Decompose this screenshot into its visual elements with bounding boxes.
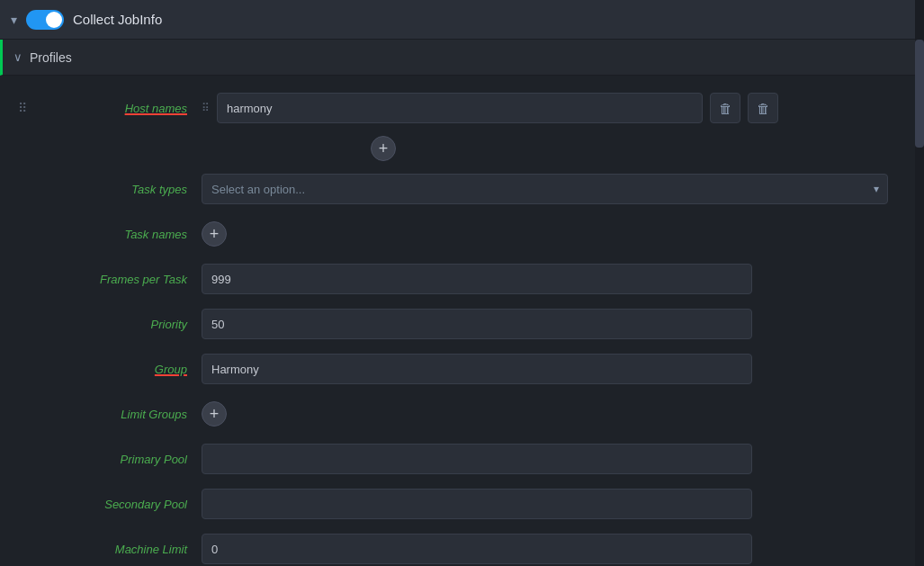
host-names-field-content: ⠿ 🗑 🗑 bbox=[202, 93, 888, 123]
add-hostname-row: + bbox=[0, 135, 924, 162]
add-task-names-button[interactable]: + bbox=[202, 221, 227, 247]
task-types-row: ⠿ Task types Select an option... ▾ bbox=[0, 171, 924, 207]
group-row: ⠿ Group bbox=[0, 351, 924, 387]
frames-per-task-row: ⠿ Frames per Task bbox=[0, 261, 924, 297]
enable-toggle[interactable] bbox=[26, 10, 64, 30]
scrollbar-thumb[interactable] bbox=[915, 40, 924, 148]
add-hostname-button[interactable]: + bbox=[371, 136, 396, 161]
profiles-collapse-icon: ∨ bbox=[13, 50, 22, 64]
primary-pool-field-content bbox=[202, 444, 888, 474]
secondary-pool-row: ⠿ Secondary Pool bbox=[0, 486, 924, 522]
profiles-label: Profiles bbox=[30, 50, 72, 65]
frames-per-task-label: Frames per Task bbox=[43, 273, 187, 286]
add-icon: + bbox=[379, 140, 389, 157]
header-bar: ▾ Collect JobInfo bbox=[0, 0, 924, 40]
scrollbar[interactable] bbox=[915, 0, 924, 566]
primary-pool-row: ⠿ Primary Pool bbox=[0, 441, 924, 477]
add-task-names-icon: + bbox=[210, 226, 220, 242]
add-limit-groups-icon: + bbox=[210, 406, 220, 422]
chevron-down-icon: ▾ bbox=[11, 13, 17, 27]
machine-limit-label: Machine Limit bbox=[43, 543, 187, 556]
limit-groups-field-content: + bbox=[202, 401, 888, 427]
profiles-section-header: ∨ Profiles bbox=[0, 40, 924, 76]
form-content: ⠿ Host names ⠿ 🗑 🗑 + ⠿ Task types bbox=[0, 76, 924, 566]
task-types-select-wrapper: Select an option... ▾ bbox=[202, 174, 888, 204]
trash-icon-2: 🗑 bbox=[757, 101, 770, 116]
page-title: Collect JobInfo bbox=[73, 12, 162, 27]
task-names-row: ⠿ Task names + bbox=[0, 216, 924, 252]
group-input[interactable] bbox=[202, 354, 752, 384]
machine-limit-row: ⠿ Machine Limit bbox=[0, 531, 924, 566]
machine-limit-field-content bbox=[202, 534, 888, 564]
delete-hostname-button[interactable]: 🗑 bbox=[710, 93, 740, 123]
add-hostname-content: + bbox=[345, 136, 888, 161]
task-types-label: Task types bbox=[43, 183, 187, 196]
priority-input[interactable] bbox=[202, 309, 752, 339]
primary-pool-label: Primary Pool bbox=[43, 453, 187, 466]
group-label: Group bbox=[43, 363, 187, 376]
delete-hostname-button-2[interactable]: 🗑 bbox=[748, 93, 778, 123]
limit-groups-label: Limit Groups bbox=[43, 408, 187, 421]
frames-per-task-field-content bbox=[202, 264, 888, 294]
group-field-content bbox=[202, 354, 888, 384]
secondary-pool-label: Secondary Pool bbox=[43, 498, 187, 511]
priority-field-content bbox=[202, 309, 888, 339]
limit-groups-row: ⠿ Limit Groups + bbox=[0, 396, 924, 432]
machine-limit-input[interactable] bbox=[202, 534, 752, 564]
task-names-field-content: + bbox=[202, 221, 888, 247]
trash-icon: 🗑 bbox=[719, 101, 732, 116]
drag-handle-icon[interactable]: ⠿ bbox=[18, 101, 32, 115]
task-names-label: Task names bbox=[43, 228, 187, 241]
secondary-pool-field-content bbox=[202, 489, 888, 519]
secondary-pool-input[interactable] bbox=[202, 489, 752, 519]
hostname-drag-icon[interactable]: ⠿ bbox=[202, 102, 210, 114]
primary-pool-input[interactable] bbox=[202, 444, 752, 474]
collapse-button[interactable]: ▾ bbox=[11, 13, 17, 27]
task-types-select[interactable]: Select an option... bbox=[202, 174, 888, 204]
priority-label: Priority bbox=[43, 318, 187, 331]
frames-per-task-input[interactable] bbox=[202, 264, 752, 294]
priority-row: ⠿ Priority bbox=[0, 306, 924, 342]
task-types-field-content: Select an option... ▾ bbox=[202, 174, 888, 204]
add-limit-groups-button[interactable]: + bbox=[202, 401, 227, 427]
host-names-label: Host names bbox=[43, 102, 187, 115]
host-names-input[interactable] bbox=[217, 93, 703, 123]
host-names-row: ⠿ Host names ⠿ 🗑 🗑 bbox=[0, 90, 924, 126]
